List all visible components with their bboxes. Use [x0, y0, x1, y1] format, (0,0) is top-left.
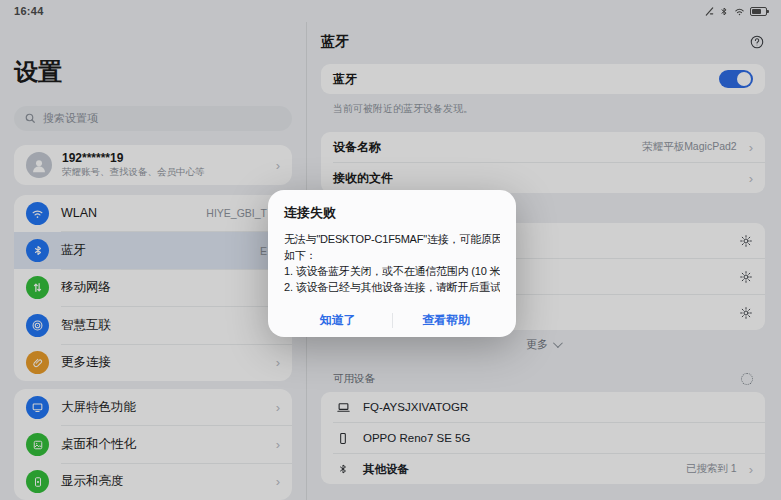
settings-screen: 16:44 设置 搜索设置项 192******19 荣耀账号、查找设备、会员中… [0, 0, 781, 500]
dialog-text: 2. 该设备已经与其他设备连接，请断开后重试。 [284, 279, 500, 295]
dialog-text: 无法与"DESKTOP-C1F5MAF"连接，可能原因 [284, 231, 500, 247]
dialog-text: 如下： [284, 247, 500, 263]
dialog-body: 无法与"DESKTOP-C1F5MAF"连接，可能原因 如下： 1. 该设备蓝牙… [284, 231, 500, 295]
dialog-title: 连接失败 [284, 204, 500, 222]
dialog-buttons: 知道了 查看帮助 [284, 303, 500, 337]
dialog-text: 1. 该设备蓝牙关闭，或不在通信范围内 (10 米)； [284, 263, 500, 279]
connection-failed-dialog: 连接失败 无法与"DESKTOP-C1F5MAF"连接，可能原因 如下： 1. … [268, 190, 516, 337]
view-help-button[interactable]: 查看帮助 [393, 303, 501, 337]
ok-button[interactable]: 知道了 [284, 303, 392, 337]
